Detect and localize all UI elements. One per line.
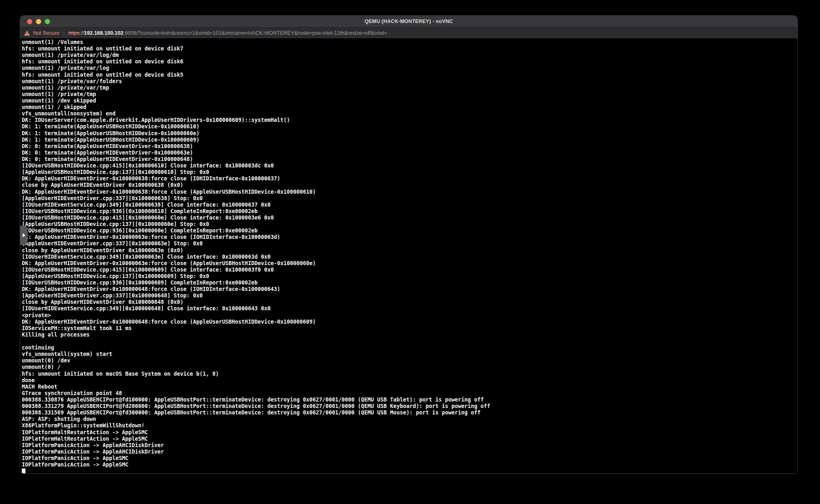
console-log-line: unmount(1) /private/var/log xyxy=(22,65,797,71)
novnc-control-bar-handle[interactable] xyxy=(20,226,27,245)
console-log-line: hfs: unmount initiated on untitled on de… xyxy=(22,72,797,78)
console-log-line: unmount(1) /private/tmp xyxy=(22,91,797,98)
console-log-line: [IOUserUSBHostHIDDevice.cpp:936][0x10000… xyxy=(22,228,797,234)
url-bar-divider xyxy=(64,30,64,36)
console-log-line: hfs: unmount initiated on macOS Base Sys… xyxy=(22,371,797,377)
console-log-line: [IOUserUSBHostHIDDevice.cpp:415][0x10000… xyxy=(22,163,797,169)
console-log-line: [IOUserHIDEventService.cpp:349][0x100000… xyxy=(22,202,797,208)
console-log-line: DK: AppleUserHIDEventDriver-0x100000638:… xyxy=(22,189,797,195)
console-log-line: vfs_unmountall(nonsystem) end xyxy=(22,111,797,117)
console-log-line: close by AppleUserHIDEventDriver 0x10000… xyxy=(22,247,797,254)
console-log-line: [AppleUserUSBHostHIDDevice.cpp:137][0x10… xyxy=(22,169,797,176)
console-log-line: 000388.330876 AppleUSBEHCIPort@fd100000:… xyxy=(22,397,797,403)
console-log-line xyxy=(22,338,797,345)
console-log-line: [IOUserHIDEventService.cpp:349][0x100000… xyxy=(22,305,797,312)
url-scheme: https xyxy=(68,30,79,36)
console-log-line: IOPlatformPanicAction -> AppleSMC xyxy=(22,455,797,462)
console-log-line: IOServicePH::systemHalt took 11 ms xyxy=(22,325,797,332)
console-log-line: IOPlatformHaltRestartAction -> AppleSMC xyxy=(22,429,797,436)
console-log-line: unmount(1) /private/var/folders xyxy=(22,78,797,85)
expand-arrow-icon xyxy=(23,233,25,237)
console-log-line: IOPlatformHaltRestartAction -> AppleSMC xyxy=(22,436,797,442)
console-log-line: unmount(1) /Volumes xyxy=(22,39,797,46)
browser-url-bar[interactable]: Not Secure https://192.168.100.102:8006/… xyxy=(20,27,797,38)
console-log-line: [IOUserUSBHostHIDDevice.cpp:936][0x10000… xyxy=(22,280,797,286)
console-log-line: [IOUserUSBHostHIDDevice.cpp:936][0x10000… xyxy=(22,208,797,215)
console-log-line: [IOUserUSBHostHIDDevice.cpp:415][0x10000… xyxy=(22,215,797,221)
desktop-background: QEMU (HACK-MONTEREY) - noVNC Not Secure … xyxy=(0,0,820,504)
url-scheme-separator: :// xyxy=(79,30,84,36)
url-query: :8006/?console=kvm&novnc=1&vmid=101&vmna… xyxy=(123,30,387,36)
console-log-line: [AppleUserHIDEventDriver.cpp:337][0x1000… xyxy=(22,240,797,247)
console-log-line: close by AppleUserHIDEventDriver 0x10000… xyxy=(22,182,797,188)
vnc-console-screen[interactable]: unmount(1) /Volumeshfs: unmount initiate… xyxy=(20,38,797,474)
console-log-line: unmount(0) /dev xyxy=(22,358,797,364)
console-log-line: DK: AppleUserHIDEventDriver-0x10000063e:… xyxy=(22,234,797,240)
console-log-line: [AppleUserUSBHostHIDDevice.cpp:137][0x10… xyxy=(22,273,797,280)
console-log-line: unmount(1) / skipped xyxy=(22,104,797,111)
console-log-line: [AppleUserHIDEventDriver.cpp:337][0x1000… xyxy=(22,195,797,202)
console-log-line: DK: IOUserServer(com.apple.driverkit.App… xyxy=(22,117,797,123)
console-log-line: IOPlatformPanicAction -> AppleAHCIDiskDr… xyxy=(22,449,797,455)
console-log-line: DK: 0: terminate(AppleUserHIDEventDriver… xyxy=(22,156,797,163)
console-log-line: MACH Reboot xyxy=(22,384,797,390)
console-log-line: DK: AppleUserHIDEventDriver-0x100000648:… xyxy=(22,286,797,293)
window-titlebar[interactable]: QEMU (HACK-MONTEREY) - noVNC xyxy=(20,16,797,27)
console-cursor xyxy=(22,468,25,474)
console-log-line: done xyxy=(22,377,797,384)
console-log-line: 000388.331279 AppleUSBEHCIPort@fd200000:… xyxy=(22,403,797,410)
console-log-line: continuing xyxy=(22,345,797,351)
console-log: unmount(1) /Volumeshfs: unmount initiate… xyxy=(22,39,797,468)
console-log-line: unmount(0) / xyxy=(22,364,797,370)
url-text[interactable]: https://192.168.100.102:8006/?console=kv… xyxy=(68,30,387,36)
console-log-line: unmount(1) /private/var/log/dm xyxy=(22,52,797,59)
console-log-line: <private> xyxy=(22,312,797,319)
console-log-line: DK: 0: terminate(AppleUserHIDEventDriver… xyxy=(22,150,797,156)
console-log-line: DK: AppleUserHIDEventDriver-0x100000638:… xyxy=(22,176,797,182)
not-secure-label[interactable]: Not Secure xyxy=(33,30,59,36)
console-log-line: [AppleUserUSBHostHIDDevice.cpp:137][0x10… xyxy=(22,221,797,228)
console-log-line: [AppleUserHIDEventDriver.cpp:337][0x1000… xyxy=(22,293,797,299)
console-log-line: hfs: unmount initiated on untitled on de… xyxy=(22,59,797,65)
console-log-line: DK: 1: terminate(AppleUserUSBHostHIDDevi… xyxy=(22,123,797,130)
url-host: 192.168.100.102 xyxy=(84,30,123,36)
console-log-line: [IOUserHIDEventService.cpp:349][0x100000… xyxy=(22,254,797,260)
console-log-line: Killing all processes xyxy=(22,332,797,338)
console-log-line: unmount(1) /dev skipped xyxy=(22,98,797,104)
console-log-line: X86PlatformPlugin::systemWillShutdown! xyxy=(22,422,797,429)
console-log-line: IOPlatformPanicAction -> AppleSMC xyxy=(22,462,797,468)
console-log-line: 000388.331569 AppleUSBEHCIPort@fd300000:… xyxy=(22,410,797,416)
console-log-line: vfs_unmountall(system) start xyxy=(22,351,797,358)
console-log-line: close by AppleUserHIDEventDriver 0x10000… xyxy=(22,299,797,305)
console-log-line: IOPlatformPanicAction -> AppleAHCIDiskDr… xyxy=(22,442,797,449)
not-secure-warning-icon xyxy=(24,30,30,36)
window-title: QEMU (HACK-MONTEREY) - noVNC xyxy=(20,19,797,24)
browser-window: QEMU (HACK-MONTEREY) - noVNC Not Secure … xyxy=(20,15,798,474)
console-log-line: DK: 0: terminate(AppleUserHIDEventDriver… xyxy=(22,143,797,150)
console-log-line: DK: 1: terminate(AppleUserUSBHostHIDDevi… xyxy=(22,137,797,143)
console-log-line: [IOUserUSBHostHIDDevice.cpp:415][0x10000… xyxy=(22,267,797,273)
console-log-line: ASP: ASP: shutting down xyxy=(22,416,797,422)
console-log-line: DK: AppleUserHIDEventDriver-0x10000063e:… xyxy=(22,260,797,267)
console-log-line: GTrace synchronization point 48 xyxy=(22,390,797,397)
console-log-line: DK: AppleUserHIDEventDriver-0x100000648:… xyxy=(22,319,797,325)
console-log-line: hfs: unmount initiated on untitled on de… xyxy=(22,46,797,52)
console-log-line: unmount(1) /private/var/tmp xyxy=(22,85,797,91)
console-log-line: DK: 1: terminate(AppleUserUSBHostHIDDevi… xyxy=(22,130,797,137)
